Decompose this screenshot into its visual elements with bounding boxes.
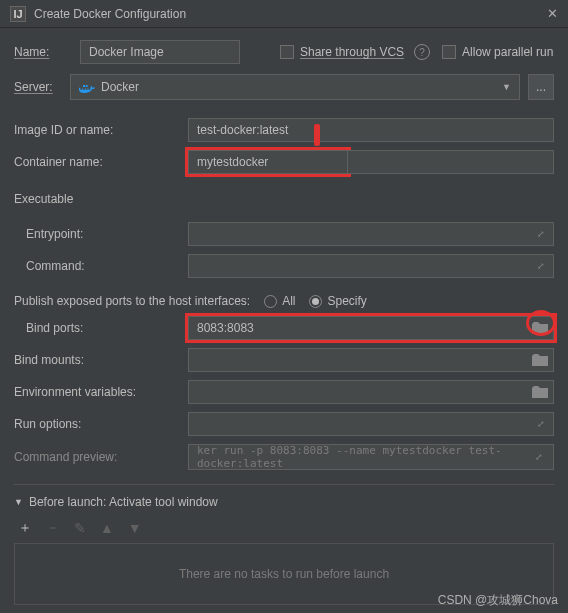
container-name-input[interactable]: [188, 150, 348, 174]
bind-ports-label: Bind ports:: [14, 316, 184, 340]
app-icon: IJ: [10, 6, 26, 22]
expand-icon[interactable]: ⤢: [534, 261, 548, 271]
radio-specify-label: Specify: [327, 294, 366, 308]
up-icon: ▲: [100, 520, 114, 536]
entrypoint-input[interactable]: [188, 222, 554, 246]
titlebar: IJ Create Docker Configuration ✕: [0, 0, 568, 28]
radio-all[interactable]: All: [264, 294, 295, 308]
server-value: Docker: [101, 80, 139, 94]
close-icon[interactable]: ✕: [547, 6, 558, 21]
container-name-label: Container name:: [14, 150, 184, 174]
env-vars-input[interactable]: [188, 380, 554, 404]
before-launch-toolbar: ＋ － ✎ ▲ ▼: [14, 517, 554, 543]
entrypoint-label: Entrypoint:: [14, 222, 184, 246]
expand-icon[interactable]: ⤢: [534, 419, 548, 429]
dialog-content: Name: Share through VCS ? Allow parallel…: [0, 28, 568, 605]
help-icon[interactable]: ?: [414, 44, 430, 60]
docker-icon: [79, 81, 95, 93]
collapse-icon: ▼: [14, 497, 23, 507]
bind-mounts-input[interactable]: [188, 348, 554, 372]
before-launch-header[interactable]: ▼ Before launch: Activate tool window: [14, 495, 554, 509]
divider: [14, 484, 554, 485]
publish-ports-label: Publish exposed ports to the host interf…: [14, 294, 250, 308]
command-label: Command:: [14, 254, 184, 278]
parallel-run-checkbox[interactable]: [442, 45, 456, 59]
image-id-label: Image ID or name:: [14, 118, 184, 142]
folder-icon[interactable]: [532, 322, 548, 334]
bind-ports-wrapper: [188, 316, 554, 340]
folder-icon[interactable]: [532, 386, 548, 398]
server-label: Server:: [14, 80, 62, 94]
folder-icon[interactable]: [532, 354, 548, 366]
edit-icon: ✎: [74, 520, 86, 536]
radio-specify[interactable]: Specify: [309, 294, 366, 308]
expand-icon[interactable]: ⤢: [533, 452, 545, 462]
radio-all-label: All: [282, 294, 295, 308]
remove-icon: －: [46, 519, 60, 537]
before-launch-empty-text: There are no tasks to run before launch: [179, 567, 389, 581]
container-name-input-rest[interactable]: [348, 150, 554, 174]
before-launch-title: Before launch: Activate tool window: [29, 495, 218, 509]
cmd-preview-field: ker run -p 8083:8083 --name mytestdocker…: [188, 444, 554, 470]
run-options-label: Run options:: [14, 412, 184, 436]
dialog-title: Create Docker Configuration: [34, 7, 547, 21]
name-row: Name: Share through VCS ? Allow parallel…: [14, 40, 554, 64]
server-row: Server: Docker ▼ ...: [14, 74, 554, 100]
watermark: CSDN @攻城狮Chova: [438, 592, 558, 609]
publish-ports-row: Publish exposed ports to the host interf…: [14, 294, 554, 308]
bind-mounts-label: Bind mounts:: [14, 348, 184, 372]
executable-header: Executable: [14, 192, 554, 206]
annotation-bar: [314, 124, 320, 146]
command-input[interactable]: [188, 254, 554, 278]
cmd-preview-text: ker run -p 8083:8083 --name mytestdocker…: [197, 444, 533, 470]
chevron-down-icon: ▼: [502, 82, 511, 92]
share-vcs-label: Share through VCS: [300, 45, 404, 59]
down-icon: ▼: [128, 520, 142, 536]
env-vars-label: Environment variables:: [14, 380, 184, 404]
server-dropdown[interactable]: Docker ▼: [70, 74, 520, 100]
name-input[interactable]: [80, 40, 240, 64]
expand-icon[interactable]: ⤢: [534, 229, 548, 239]
name-label: Name:: [14, 45, 74, 59]
server-more-button[interactable]: ...: [528, 74, 554, 100]
form-grid: Image ID or name: Container name: Execut…: [14, 118, 554, 470]
cmd-preview-label: Command preview:: [14, 444, 184, 470]
add-icon[interactable]: ＋: [18, 519, 32, 537]
run-options-input[interactable]: [188, 412, 554, 436]
parallel-run-label: Allow parallel run: [462, 45, 553, 59]
image-id-input[interactable]: [188, 118, 554, 142]
share-vcs-checkbox[interactable]: [280, 45, 294, 59]
bind-ports-input[interactable]: [188, 316, 554, 340]
